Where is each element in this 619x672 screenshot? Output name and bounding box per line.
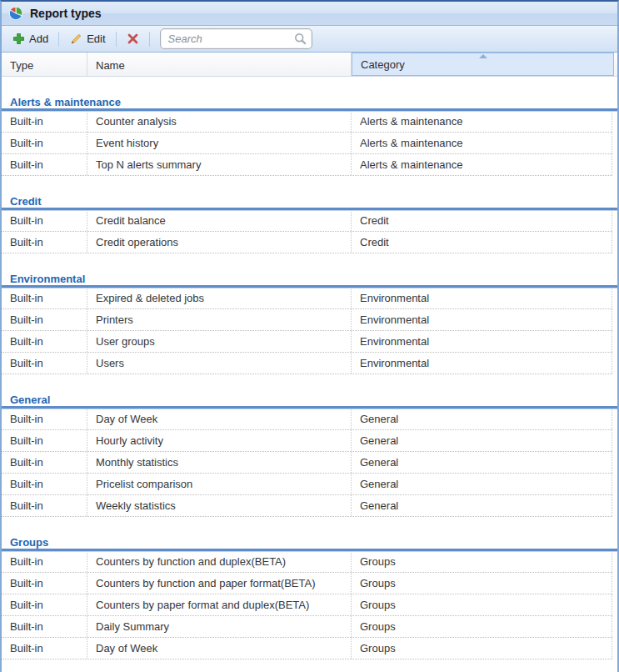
table-row[interactable]: Built-inPrintersEnvironmental — [2, 309, 612, 331]
cell-category: Environmental — [352, 288, 612, 308]
group-label: General — [10, 394, 50, 406]
page-title: Report types — [30, 7, 102, 20]
cell-type: Built-in — [2, 309, 87, 330]
table-row[interactable]: Built-inUser groupsEnvironmental — [2, 331, 612, 353]
cell-category: General — [352, 474, 612, 494]
cell-type: Built-in — [2, 573, 87, 594]
table-row[interactable]: Built-inDay of WeekGeneral — [2, 409, 612, 430]
table-row[interactable]: Built-inCredit balanceCredit — [2, 210, 612, 232]
cell-type: Built-in — [2, 409, 87, 429]
cell-name: Counters by function and duplex(BETA) — [87, 551, 352, 572]
report-group: GeneralBuilt-inDay of WeekGeneralBuilt-i… — [2, 374, 617, 517]
delete-button[interactable] — [122, 30, 143, 48]
sort-ascending-icon — [479, 54, 487, 58]
cell-category: Alerts & maintenance — [352, 111, 612, 132]
cell-type: Built-in — [2, 232, 87, 253]
magnifier-icon — [293, 32, 307, 46]
cell-name: Credit operations — [87, 232, 352, 253]
table-row[interactable]: Built-inCounters by paper format and dup… — [2, 594, 612, 616]
search-box[interactable] — [160, 28, 312, 49]
cell-type: Built-in — [2, 133, 87, 153]
cell-name: Counters by paper format and duplex(BETA… — [87, 594, 352, 615]
grid-body: Alerts & maintenanceBuilt-inCounter anal… — [2, 77, 617, 672]
title-bar: Report types — [2, 2, 617, 26]
cell-category: General — [352, 409, 612, 429]
column-header-category-label: Category — [361, 58, 405, 71]
cell-name: Expired & deleted jobs — [87, 288, 352, 308]
column-header-type[interactable]: Type — [2, 53, 87, 76]
cell-category: General — [352, 430, 612, 451]
cell-type: Built-in — [2, 551, 87, 572]
table-row[interactable]: Built-inDay of WeekGroups — [2, 638, 612, 659]
column-header-name-label: Name — [96, 59, 125, 72]
group-header: Groups — [2, 517, 617, 551]
cell-name: Day of Week — [87, 409, 352, 429]
cell-type: Built-in — [2, 474, 87, 494]
toolbar-separator — [116, 32, 117, 47]
search-input[interactable] — [168, 33, 293, 45]
table-row[interactable]: Built-inUsersEnvironmental — [2, 353, 612, 374]
cell-name: Pricelist comparison — [87, 474, 352, 494]
group-label: Environmental — [10, 273, 85, 285]
table-row[interactable]: Built-inHourly activityGeneral — [2, 430, 612, 452]
grid-header: Type Name Category — [2, 53, 617, 77]
cell-type: Built-in — [2, 616, 87, 637]
cell-type: Built-in — [2, 430, 87, 451]
table-row[interactable]: Built-inWeekly statisticsGeneral — [2, 495, 612, 517]
table-row[interactable]: Built-inCounters by function and duplex(… — [2, 551, 612, 573]
group-header: Credit — [2, 176, 617, 210]
add-button[interactable]: Add — [8, 30, 52, 48]
cell-type: Built-in — [2, 154, 87, 175]
table-row[interactable]: Built-inCounter analysisAlerts & mainten… — [2, 111, 612, 133]
group-header: Alerts & maintenance — [2, 77, 617, 111]
cell-type: Built-in — [2, 210, 87, 231]
table-row[interactable]: Built-inExpired & deleted jobsEnvironmen… — [2, 288, 612, 309]
table-row[interactable]: Built-inMonthly statisticsGeneral — [2, 452, 612, 474]
cell-category: Groups — [352, 616, 612, 637]
table-row[interactable]: Built-inTop N alerts summaryAlerts & mai… — [2, 154, 612, 176]
table-row[interactable]: Built-inCounters by function and paper f… — [2, 573, 612, 594]
cell-name: Users — [87, 353, 352, 374]
edit-button-label: Edit — [87, 33, 105, 45]
column-header-name[interactable]: Name — [87, 53, 352, 76]
cell-type: Built-in — [2, 638, 87, 659]
column-header-category[interactable]: Category — [352, 53, 614, 76]
cell-name: Hourly activity — [87, 430, 352, 451]
report-types-window: Report types Add Edit — [0, 0, 619, 672]
group-header: General — [2, 374, 617, 409]
cell-type: Built-in — [2, 288, 87, 308]
group-label: Alerts & maintenance — [10, 96, 121, 108]
cell-category: Credit — [352, 232, 612, 253]
pie-chart-icon — [8, 6, 23, 21]
cell-name: Weekly statistics — [87, 495, 352, 516]
cell-category: General — [352, 495, 612, 516]
cell-category: Credit — [352, 210, 612, 231]
table-row[interactable]: Built-inDaily SummaryGroups — [2, 616, 612, 638]
pencil-icon — [69, 33, 82, 46]
cell-name: Counter analysis — [87, 111, 352, 132]
cell-name: User groups — [87, 331, 352, 352]
cell-type: Built-in — [2, 495, 87, 516]
table-row[interactable]: Built-inPricelist comparisonGeneral — [2, 474, 612, 495]
cell-category: Groups — [352, 638, 612, 659]
plus-icon — [12, 33, 25, 45]
cell-category: Alerts & maintenance — [352, 154, 612, 175]
cell-type: Built-in — [2, 594, 87, 615]
report-group: GroupsBuilt-inCounters by function and d… — [2, 517, 617, 659]
add-button-label: Add — [29, 33, 48, 45]
table-row[interactable]: Built-inCredit operationsCredit — [2, 232, 612, 253]
cell-name: Credit balance — [87, 210, 352, 231]
table-row[interactable]: Built-inEvent historyAlerts & maintenanc… — [2, 133, 612, 154]
cell-category: Groups — [352, 551, 612, 572]
cell-category: Groups — [352, 573, 612, 594]
cell-category: General — [352, 452, 612, 473]
cell-name: Counters by function and paper format(BE… — [87, 573, 352, 594]
edit-button[interactable]: Edit — [65, 30, 109, 48]
cell-name: Day of Week — [87, 638, 352, 659]
toolbar: Add Edit — [2, 26, 617, 53]
group-label: Credit — [10, 195, 42, 208]
group-header: Environmental — [2, 253, 617, 288]
toolbar-separator — [149, 32, 150, 47]
cell-name: Event history — [87, 133, 352, 153]
toolbar-separator — [58, 32, 59, 47]
